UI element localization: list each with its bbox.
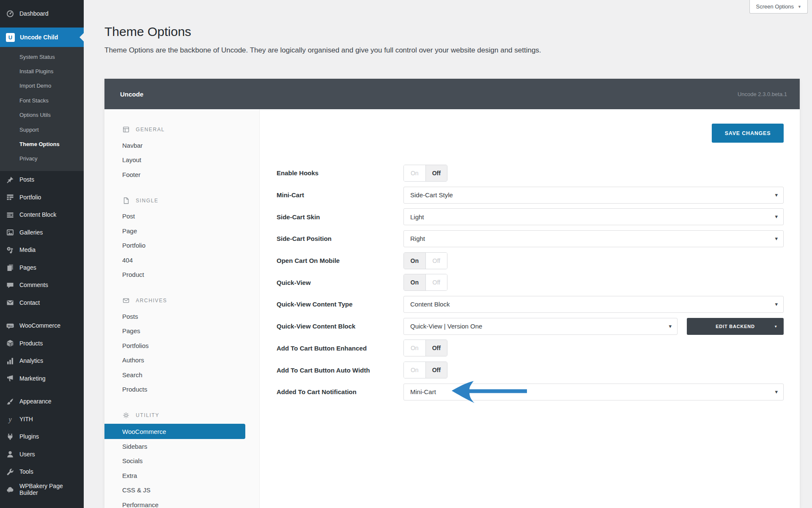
toggle-add-to-cart-button-auto-width[interactable]: OnOff xyxy=(403,362,447,378)
envelope-icon xyxy=(122,297,130,304)
theme-nav-item-performance[interactable]: Performance xyxy=(104,497,259,508)
sidebar-item-woocommerce[interactable]: WooWooCommerce xyxy=(0,317,84,335)
save-changes-button[interactable]: SAVE CHANGES xyxy=(712,124,784,143)
sidebar-item-content-block[interactable]: Content Block xyxy=(0,206,84,224)
chevron-down-icon: ▾ xyxy=(669,323,672,329)
field-label: Side-Cart Skin xyxy=(277,213,403,221)
select-quick-view-content-type[interactable]: Content Block▾ xyxy=(403,296,784,313)
theme-nav-item-css-js[interactable]: CSS & JS xyxy=(104,483,259,498)
form-row-quick-view-content-type: Quick-View Content TypeContent Block▾ xyxy=(277,293,784,315)
sidebar-item-portfolio[interactable]: Portfolio xyxy=(0,189,84,207)
theme-nav-item-extra[interactable]: Extra xyxy=(104,468,259,483)
theme-nav-item-portfolio[interactable]: Portfolio xyxy=(104,238,259,253)
screen-options-button[interactable]: Screen Options ▼ xyxy=(749,0,808,14)
sidebar-item-comments[interactable]: Comments xyxy=(0,276,84,294)
toggle-add-to-cart-button-enhanced[interactable]: OnOff xyxy=(403,340,447,356)
field-control: Mini-Cart▾ xyxy=(403,384,784,400)
toggle-on-option[interactable]: On xyxy=(404,253,425,269)
theme-nav-item-products[interactable]: Products xyxy=(104,382,259,397)
sidebar-item-dashboard[interactable]: Dashboard xyxy=(0,3,84,24)
theme-nav-item-page[interactable]: Page xyxy=(104,224,259,238)
sidebar-item-label: Dashboard xyxy=(19,10,52,17)
edit-backend-button[interactable]: EDIT BACKEND▼ xyxy=(687,318,784,335)
sidebar-item-label: Posts xyxy=(19,176,38,183)
toggle-open-cart-on-mobile[interactable]: OnOff xyxy=(403,252,447,269)
comment-icon xyxy=(6,281,14,290)
theme-nav-section-single: SINGLEPostPagePortfolio404Product xyxy=(104,196,259,282)
sidebar-item-plugins[interactable]: Plugins xyxy=(0,428,84,446)
toggle-off-option[interactable]: Off xyxy=(425,253,447,269)
select-quick-view-content-block[interactable]: Quick-View | Version One▾ xyxy=(403,318,678,335)
select-value: Mini-Cart xyxy=(410,388,436,395)
sidebar-item-users[interactable]: Users xyxy=(0,446,84,464)
theme-nav-section-general: GENERALNavbarLayoutFooter xyxy=(104,124,259,182)
theme-nav-item-pages[interactable]: Pages xyxy=(104,324,259,339)
form-row-quick-view-content-block: Quick-View Content BlockQuick-View | Ver… xyxy=(277,315,784,337)
sidebar-item-uncode-child[interactable]: U Uncode Child xyxy=(0,28,84,47)
sidebar-item-posts[interactable]: Posts xyxy=(0,171,84,189)
theme-nav-item-footer[interactable]: Footer xyxy=(104,167,259,182)
toggle-on-option[interactable]: On xyxy=(404,362,425,378)
sidebar-item-appearance[interactable]: Appearance xyxy=(0,393,84,411)
sidebar-item-products[interactable]: Products xyxy=(0,335,84,353)
chevron-down-icon: ▾ xyxy=(775,301,778,307)
sidebar-item-contact[interactable]: Contact xyxy=(0,294,84,312)
toggle-enable-hooks[interactable]: OnOff xyxy=(403,165,447,182)
sidebar-item-font-stacks[interactable]: Font Stacks xyxy=(0,93,84,108)
sidebar-item-analytics[interactable]: Analytics xyxy=(0,352,84,370)
toggle-off-option[interactable]: Off xyxy=(425,274,447,290)
theme-nav-item-post[interactable]: Post xyxy=(104,209,259,224)
sidebar-item-galleries[interactable]: Galleries xyxy=(0,224,84,242)
sidebar-item-pages[interactable]: Pages xyxy=(0,259,84,277)
theme-nav-item-navbar[interactable]: Navbar xyxy=(104,138,259,153)
toggle-quick-view[interactable]: OnOff xyxy=(403,274,447,291)
media-icon xyxy=(6,246,14,254)
theme-nav-item-search[interactable]: Search xyxy=(104,367,259,382)
chevron-down-icon: ▾ xyxy=(775,235,778,242)
theme-nav-item-layout[interactable]: Layout xyxy=(104,153,259,168)
select-mini-cart[interactable]: Side-Cart Style▾ xyxy=(403,187,784,204)
sidebar-item-tools[interactable]: Tools xyxy=(0,463,84,481)
theme-nav-item-portfolios[interactable]: Portfolios xyxy=(104,338,259,353)
sidebar-item-marketing[interactable]: Marketing xyxy=(0,370,84,388)
content-area: Screen Options ▼ Theme Options Theme Opt… xyxy=(84,0,812,508)
toggle-on-option[interactable]: On xyxy=(404,274,425,290)
sidebar-item-wpbakery-page-builder[interactable]: WPBakery Page Builder xyxy=(0,481,84,499)
sidebar-item-theme-options[interactable]: Theme Options xyxy=(0,137,84,151)
toggle-off-option[interactable]: Off xyxy=(425,340,447,356)
form-area: SAVE CHANGES Enable HooksOnOffMini-CartS… xyxy=(260,109,800,508)
page-title: Theme Options xyxy=(104,24,812,39)
theme-nav-item-product[interactable]: Product xyxy=(104,268,259,282)
toggle-off-option[interactable]: Off xyxy=(425,165,447,181)
sidebar-item-install-plugins[interactable]: Install Plugins xyxy=(0,64,84,78)
sidebar-item-yith[interactable]: yYITH xyxy=(0,411,84,428)
theme-nav-item-authors[interactable]: Authors xyxy=(104,353,259,368)
wp-submenu: System StatusInstall PluginsImport DemoF… xyxy=(0,47,84,171)
gear-icon xyxy=(122,411,130,419)
select-value: Quick-View | Version One xyxy=(410,323,482,330)
form-row-enable-hooks: Enable HooksOnOff xyxy=(277,162,784,184)
theme-nav-item-socials[interactable]: Socials xyxy=(104,454,259,469)
select-side-cart-skin[interactable]: Light▾ xyxy=(403,208,784,225)
chevron-down-icon: ▾ xyxy=(775,389,778,395)
woo-icon: Woo xyxy=(6,322,14,330)
chevron-down-icon: ▼ xyxy=(774,324,778,328)
select-added-to-cart-notification[interactable]: Mini-Cart▾ xyxy=(403,384,784,400)
select-side-cart-position[interactable]: Right▾ xyxy=(403,230,784,247)
theme-nav-item-posts[interactable]: Posts xyxy=(104,309,259,324)
toggle-off-option[interactable]: Off xyxy=(425,362,447,378)
theme-nav-item-404[interactable]: 404 xyxy=(104,253,259,268)
toggle-on-option[interactable]: On xyxy=(404,340,425,356)
sidebar-item-label: Appearance xyxy=(19,398,55,405)
theme-nav-item-woocommerce[interactable]: WooCommerce xyxy=(104,424,245,439)
sidebar-item-options-utils[interactable]: Options Utils xyxy=(0,108,84,122)
toggle-on-option[interactable]: On xyxy=(404,165,425,181)
field-control: OnOff xyxy=(403,165,784,182)
theme-nav-item-sidebars[interactable]: Sidebars xyxy=(104,439,259,454)
sidebar-item-support[interactable]: Support xyxy=(0,122,84,137)
sidebar-item-media[interactable]: Media xyxy=(0,241,84,259)
sidebar-item-system-status[interactable]: System Status xyxy=(0,50,84,64)
sidebar-item-import-demo[interactable]: Import Demo xyxy=(0,79,84,93)
field-label: Open Cart On Mobile xyxy=(277,257,403,264)
sidebar-item-privacy[interactable]: Privacy xyxy=(0,152,84,166)
